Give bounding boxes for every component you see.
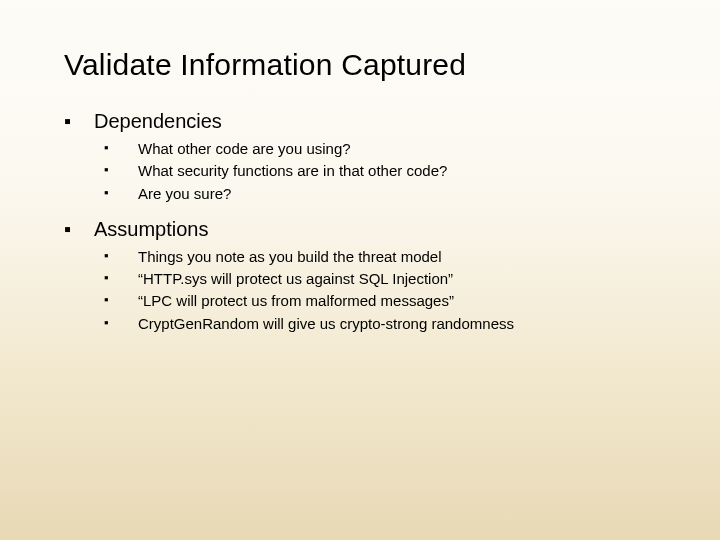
slide-title: Validate Information Captured — [64, 48, 656, 82]
list-item: Things you note as you build the threat … — [104, 247, 656, 267]
sub-list: What other code are you using? What secu… — [94, 139, 656, 204]
list-item: What security functions are in that othe… — [104, 161, 656, 181]
sub-list: Things you note as you build the threat … — [94, 247, 656, 334]
list-item: “LPC will protect us from malformed mess… — [104, 291, 656, 311]
slide: Validate Information Captured Dependenci… — [0, 0, 720, 540]
list-item: What other code are you using? — [104, 139, 656, 159]
bullet-list: Dependencies What other code are you usi… — [64, 110, 656, 334]
list-item: Are you sure? — [104, 184, 656, 204]
section-dependencies: Dependencies What other code are you usi… — [64, 110, 656, 204]
section-heading: Dependencies — [94, 110, 222, 132]
list-item: CryptGenRandom will give us crypto-stron… — [104, 314, 656, 334]
section-heading: Assumptions — [94, 218, 209, 240]
section-assumptions: Assumptions Things you note as you build… — [64, 218, 656, 334]
list-item: “HTTP.sys will protect us against SQL In… — [104, 269, 656, 289]
